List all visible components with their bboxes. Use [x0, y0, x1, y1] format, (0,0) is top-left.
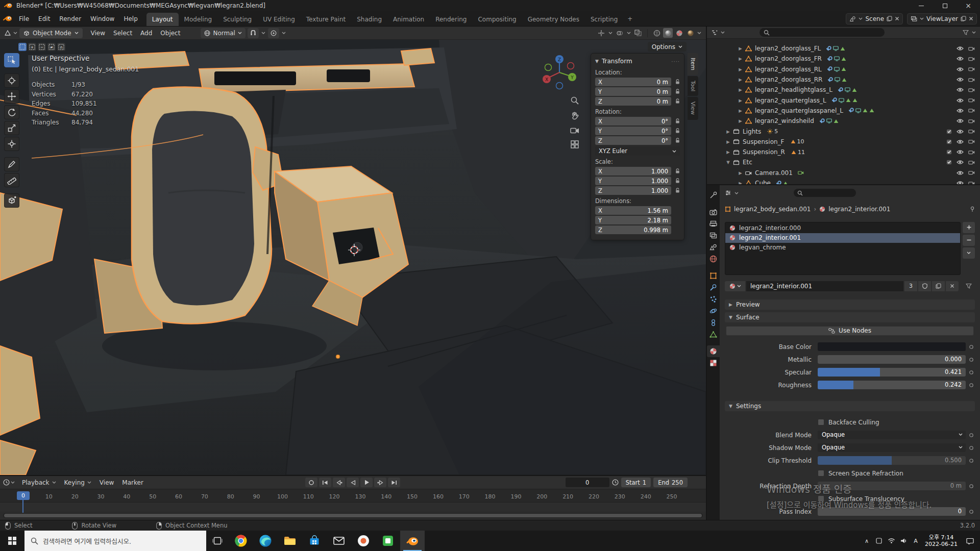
show-gizmo-icon[interactable] [596, 28, 606, 38]
workspace-tab-animation[interactable]: Animation [387, 13, 430, 26]
navigation-gizmo[interactable]: Z Y X [539, 52, 580, 93]
properties-tab-physics[interactable] [707, 305, 720, 317]
lock-icon[interactable] [671, 118, 680, 124]
hide-eye-icon[interactable] [957, 170, 964, 176]
properties-tab-modifiers[interactable] [707, 282, 720, 293]
snap-magnet-toggle[interactable] [248, 28, 259, 38]
editor-type-icon[interactable] [4, 30, 11, 36]
tray-app-icon[interactable] [873, 538, 885, 544]
taskbar-clock[interactable]: 오후 7:14 2022-06-21 [922, 534, 961, 547]
measure-tool-button[interactable] [4, 173, 19, 187]
use-nodes-button[interactable]: Use Nodes [726, 326, 974, 336]
shading-material-icon[interactable] [674, 28, 684, 38]
minimize-button[interactable] [910, 0, 933, 11]
location-y-field[interactable]: Y0 m [595, 87, 671, 96]
workspace-tab-layout[interactable]: Layout [146, 13, 179, 26]
timeline-menu-keying[interactable]: Keying [60, 479, 95, 486]
scale-z-field[interactable]: Z1.000 [595, 186, 671, 195]
viewport-menu-object[interactable]: Object [156, 30, 184, 37]
outliner-search-input[interactable] [760, 28, 885, 37]
expand-icon[interactable]: ▶ [737, 67, 744, 72]
hide-eye-icon[interactable] [957, 160, 964, 165]
disable-render-icon[interactable] [968, 150, 975, 155]
properties-tab-world[interactable] [707, 253, 720, 265]
gizmo-options-chevron-icon[interactable] [608, 32, 612, 34]
slot-specials-button[interactable] [963, 247, 975, 259]
hide-eye-icon[interactable] [957, 46, 964, 51]
workspace-tab-texture-paint[interactable]: Texture Paint [301, 13, 351, 26]
subsurface-translucency-checkbox[interactable] [818, 495, 824, 502]
base-color-color-field[interactable] [818, 342, 966, 351]
move-tool-button[interactable] [4, 89, 19, 104]
task-view-button[interactable] [206, 531, 229, 551]
exclude-checkbox[interactable] [946, 160, 952, 165]
transform-tool-button[interactable] [4, 137, 19, 151]
dimensions-x-field[interactable]: X1.56 m [595, 206, 671, 215]
chevron-down-icon[interactable] [972, 31, 976, 34]
rotation-x-field[interactable]: X0° [595, 117, 671, 126]
start-button[interactable] [0, 531, 24, 551]
unlink-scene-icon[interactable] [895, 16, 899, 21]
timeline-editor-icon[interactable] [3, 479, 10, 486]
animate-decorator-icon[interactable] [968, 484, 975, 489]
roughness-slider[interactable]: 0.242 [818, 381, 966, 389]
snap-options-chevron-icon[interactable] [261, 32, 265, 34]
n-panel-tab-view[interactable]: View [688, 97, 698, 119]
outliner-item-name[interactable]: legran2_doorglass_RL [755, 66, 822, 73]
timeline-ruler[interactable]: 0 01020304050607080901001101201301401501… [0, 489, 706, 503]
lock-icon[interactable] [671, 98, 680, 104]
hide-eye-icon[interactable] [957, 87, 964, 92]
scale-y-field[interactable]: Y1.000 [595, 177, 671, 185]
disable-render-icon[interactable] [968, 88, 975, 92]
menu-edit[interactable]: Edit [34, 15, 55, 22]
panel-grip-icon[interactable]: ···· [671, 59, 680, 64]
workspace-tab-uv-editing[interactable]: UV Editing [257, 13, 301, 26]
add-cube-tool-button[interactable] [4, 193, 19, 208]
menu-help[interactable]: Help [119, 15, 142, 22]
timeline-menu-playback[interactable]: Playback [18, 479, 60, 486]
shadow-mode-dropdown[interactable]: Opaque [818, 443, 966, 452]
shading-options-chevron-icon[interactable] [697, 32, 701, 34]
record-button[interactable] [305, 478, 317, 487]
disable-render-icon[interactable] [968, 67, 975, 71]
scene-name[interactable]: Scene [865, 15, 884, 22]
filter-funnel-icon[interactable] [963, 30, 969, 35]
close-button[interactable]: × [957, 0, 980, 11]
select-mode-intersect-icon[interactable]: ∩ [57, 43, 65, 51]
expand-icon[interactable]: ▼ [724, 160, 732, 165]
animate-decorator-icon[interactable] [968, 458, 975, 463]
material-name-field[interactable]: legran2_interior.001 [746, 281, 903, 291]
taskbar-app-edge[interactable] [253, 531, 278, 551]
exclude-checkbox[interactable] [946, 149, 952, 155]
add-workspace-button[interactable]: + [623, 15, 636, 22]
outliner-item-name[interactable]: legran2_doorglass_FL [755, 45, 821, 52]
outliner-item-name[interactable]: legran2_quarterglasspanel_L [755, 107, 843, 114]
animate-decorator-icon[interactable] [968, 509, 975, 514]
lock-icon[interactable] [671, 79, 680, 85]
expand-icon[interactable]: ▶ [737, 46, 744, 51]
expand-icon[interactable]: ▶ [737, 77, 744, 82]
3d-viewport[interactable]: +−≠∩ User Perspective (0) Etc | legran2_… [0, 40, 706, 475]
remove-view-layer-icon[interactable] [969, 16, 973, 21]
outliner-item-name[interactable]: Lights [743, 128, 761, 135]
end-frame-field[interactable]: End250 [653, 478, 688, 487]
disable-render-icon[interactable] [968, 98, 975, 103]
hide-eye-icon[interactable] [957, 108, 964, 113]
clip-threshold-slider[interactable]: 0.500 [818, 456, 966, 465]
properties-tab-constraints[interactable] [707, 317, 720, 329]
outliner-item-name[interactable]: legran2_windsheild [755, 117, 814, 124]
outliner-editor-icon[interactable] [711, 30, 718, 36]
add-slot-button[interactable] [963, 222, 975, 233]
workspace-tab-shading[interactable]: Shading [351, 13, 387, 26]
properties-tab-tool[interactable] [707, 189, 720, 201]
hide-eye-icon[interactable] [957, 98, 964, 103]
notification-center-icon[interactable] [961, 538, 979, 544]
lock-icon[interactable] [671, 188, 680, 193]
viewport-menu-view[interactable]: View [87, 30, 109, 37]
properties-tab-scene[interactable] [707, 241, 720, 253]
view-layer-name[interactable]: ViewLayer [926, 15, 958, 22]
current-frame-indicator[interactable]: 0 [17, 491, 30, 500]
collapse-arrow-icon[interactable]: ▼ [595, 59, 599, 64]
taskbar-search-input[interactable]: 검색하려면 여기에 입력하십시오. [24, 531, 206, 551]
backface-culling-checkbox[interactable] [818, 419, 824, 425]
